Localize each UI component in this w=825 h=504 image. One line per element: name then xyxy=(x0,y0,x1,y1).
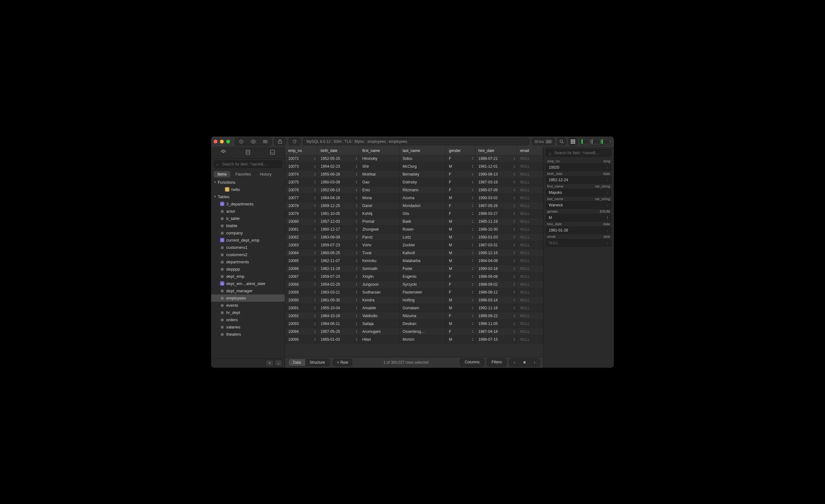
table-cell[interactable]: 10076▲▼ xyxy=(285,186,317,194)
table-cell[interactable]: 1952-05-15▲▼ xyxy=(317,155,359,163)
stepper-icon[interactable]: ▲▼ xyxy=(472,227,474,231)
table-cell[interactable]: M▲▼ xyxy=(446,194,475,202)
table-cell[interactable]: NULL xyxy=(517,155,543,163)
stepper-icon[interactable]: ▲▼ xyxy=(356,290,358,294)
close-window[interactable] xyxy=(214,140,217,143)
stepper-icon[interactable]: ▲▼ xyxy=(356,314,358,318)
table-cell[interactable]: 10079▲▼ xyxy=(285,210,317,217)
table-cell[interactable]: 1960-05-25▲▼ xyxy=(317,249,359,257)
table-cell[interactable]: 1986-10-30▲▼ xyxy=(475,225,517,233)
table-cell[interactable]: Vishv xyxy=(359,241,399,249)
table-row[interactable]: 10089▲▼1963-03-21▲▼SudharsanFlasterstein… xyxy=(285,288,543,296)
stepper-icon[interactable]: ▲▼ xyxy=(314,188,316,192)
stepper-icon[interactable]: ▲▼ xyxy=(472,180,474,184)
table-cell[interactable]: 1959-07-23▲▼ xyxy=(317,273,359,280)
table-cell[interactable]: 10077▲▼ xyxy=(285,194,317,202)
stepper-icon[interactable]: ▲▼ xyxy=(314,172,316,176)
table-cell[interactable]: 1986-09-08▲▼ xyxy=(475,273,517,280)
table-cell[interactable]: 1994-04-09▲▼ xyxy=(475,257,517,265)
column-header[interactable]: hire_date xyxy=(475,147,517,155)
stepper-icon[interactable]: ▲▼ xyxy=(356,243,358,247)
table-cell[interactable]: NULL xyxy=(517,296,543,304)
stepper-icon[interactable]: ▲▼ xyxy=(472,220,474,223)
stepper-icon[interactable]: ▲▼ xyxy=(513,275,515,278)
stepper-icon[interactable]: ▲▼ xyxy=(314,330,316,334)
stepper-icon[interactable]: ▲▼ xyxy=(472,196,474,200)
table-cell[interactable]: NULL xyxy=(517,288,543,296)
tree-item-table[interactable]: ▦actor xyxy=(211,208,285,215)
table-cell[interactable]: 10078▲▼ xyxy=(285,202,317,210)
item-menu-button[interactable]: ⌄ xyxy=(275,360,282,366)
table-cell[interactable]: M▲▼ xyxy=(446,304,475,312)
stepper-icon[interactable]: ▲▼ xyxy=(513,196,515,200)
data-table[interactable]: emp_nobirth_datefirst_namelast_namegende… xyxy=(285,147,543,357)
table-cell[interactable]: Niizuma xyxy=(399,312,446,319)
table-cell[interactable]: 10091▲▼ xyxy=(285,304,317,312)
stepper-icon[interactable]: ▲▼ xyxy=(314,338,316,341)
table-cell[interactable]: 10084▲▼ xyxy=(285,249,317,257)
table-cell[interactable]: 10094▲▼ xyxy=(285,328,317,335)
table-row[interactable]: 10072▲▼1952-05-15▲▼HironobySidouF▲▼1988-… xyxy=(285,155,543,163)
table-cell[interactable]: NULL xyxy=(517,304,543,312)
stepper-icon[interactable]: ▲▼ xyxy=(513,290,515,294)
table-cell[interactable]: NULL xyxy=(517,202,543,210)
table-cell[interactable]: 1962-11-07▲▼ xyxy=(317,257,359,265)
minimize-window[interactable] xyxy=(220,140,224,143)
table-cell[interactable]: Desikan xyxy=(399,319,446,328)
table-cell[interactable]: 1964-10-18▲▼ xyxy=(317,312,359,319)
stepper-icon[interactable]: ▲▼ xyxy=(472,322,474,326)
table-cell[interactable]: NULL xyxy=(517,170,543,178)
table-cell[interactable]: Azuma xyxy=(399,194,446,202)
table-cell[interactable]: Gomatam xyxy=(399,304,446,312)
column-header[interactable]: emp_no xyxy=(285,147,317,155)
stepper-icon[interactable]: ▲▼ xyxy=(513,188,515,192)
table-cell[interactable]: Bernatsky xyxy=(399,170,446,178)
tree-item-function[interactable]: hhello xyxy=(211,186,285,193)
stepper-icon[interactable]: ▲▼ xyxy=(472,314,474,318)
table-cell[interactable]: 10087▲▼ xyxy=(285,273,317,280)
pill-items[interactable]: Items xyxy=(214,171,230,177)
tree-item-table[interactable]: ▦hr_dept xyxy=(211,309,285,316)
stepper-icon[interactable]: ▲▼ xyxy=(356,212,358,216)
stepper-icon[interactable]: ▲▼ xyxy=(356,298,358,302)
stepper-icon[interactable]: ▲▼ xyxy=(356,338,358,341)
table-cell[interactable]: NULL xyxy=(517,225,543,233)
pill-history[interactable]: History xyxy=(256,171,275,177)
table-cell[interactable]: 1987-05-26▲▼ xyxy=(475,202,517,210)
table-cell[interactable]: NULL xyxy=(517,257,543,265)
stepper-icon[interactable]: ▲▼ xyxy=(513,204,515,208)
stepper-icon[interactable]: ▲▼ xyxy=(356,164,358,168)
table-row[interactable]: 10085▲▼1962-11-07▲▼KenrokuMalabarbaM▲▼19… xyxy=(285,257,543,265)
field-value-input[interactable]: Warwick⌄ xyxy=(546,201,611,209)
table-row[interactable]: 10077▲▼1964-04-18▲▼MonaAzumaM▲▼1990-03-0… xyxy=(285,194,543,202)
table-row[interactable]: 10081▲▼1960-12-17▲▼ZhongweiRosenM▲▼1986-… xyxy=(285,225,543,233)
stepper-icon[interactable]: ▲▼ xyxy=(513,243,515,247)
stepper-icon[interactable]: ▲▼ xyxy=(513,338,515,341)
table-cell[interactable]: 1960-03-09▲▼ xyxy=(317,178,359,186)
tree-item-table[interactable]: ▦salaries xyxy=(211,323,285,331)
table-cell[interactable]: NULL xyxy=(517,194,543,202)
tree-item-table[interactable]: ▦company xyxy=(211,229,285,236)
stepper-icon[interactable]: ▲▼ xyxy=(513,322,515,326)
tree-item-table[interactable]: ◫3_departments xyxy=(211,200,285,208)
stepper-icon[interactable]: ▲▼ xyxy=(314,259,316,263)
stepper-icon[interactable]: ▲▼ xyxy=(314,298,316,302)
stepper-icon[interactable]: ▲▼ xyxy=(314,157,316,160)
table-cell[interactable]: Tuval xyxy=(359,249,399,257)
table-cell[interactable]: Valdiodio xyxy=(359,312,399,319)
table-cell[interactable]: NULL xyxy=(517,312,543,319)
tree-item-table[interactable]: ▦customers2 xyxy=(211,251,285,258)
table-cell[interactable]: Zhongwei xyxy=(359,225,399,233)
table-cell[interactable]: 1990-02-16▲▼ xyxy=(475,265,517,273)
table-cell[interactable]: F▲▼ xyxy=(446,178,475,186)
stepper-icon[interactable]: ▲▼ xyxy=(314,220,316,223)
table-cell[interactable]: 10092▲▼ xyxy=(285,312,317,319)
table-cell[interactable]: 1961-05-30▲▼ xyxy=(317,296,359,304)
table-cell[interactable]: 10093▲▼ xyxy=(285,319,317,328)
table-cell[interactable]: NULL xyxy=(517,186,543,194)
table-cell[interactable]: Arumugam xyxy=(359,328,399,335)
field-value-input[interactable]: M▲▼ xyxy=(546,214,611,221)
add-item-button[interactable]: + xyxy=(266,360,274,366)
table-cell[interactable]: NULL xyxy=(517,233,543,241)
stepper-icon[interactable]: ▲▼ xyxy=(356,283,358,286)
